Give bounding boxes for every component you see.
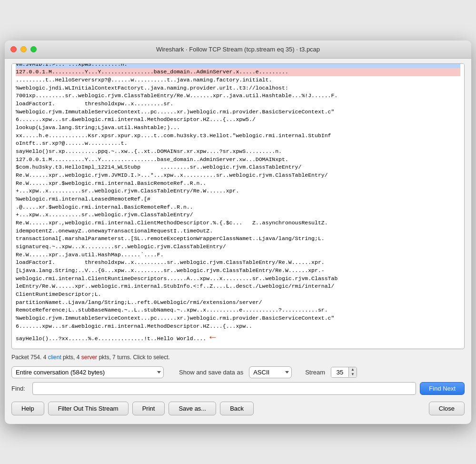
- stream-line: Re.W......xpr..weblogic.rjvm.JVMID.I.>..…: [16, 171, 460, 180]
- stream-line: sayHello()...?xx......%.e..............!…: [16, 330, 460, 345]
- stream-line: +...xpw..x..........sr..weblogic.rjvm.Cl…: [16, 211, 460, 219]
- stream-line: .@.....xr.$weblogic.rmi.internal.BasicRe…: [16, 203, 460, 212]
- stream-label: Stream: [305, 369, 325, 376]
- stream-line: ClientRuntimeDescriptor;L.: [16, 291, 460, 299]
- stream-line: weblogic.rmi.internal.ClientRuntimeDescr…: [16, 275, 460, 283]
- stream-line: idempotentZ..onewayZ..onewayTransactiona…: [16, 227, 460, 235]
- stream-line: signatureq.~..xpw...x.........sr..weblog…: [16, 243, 460, 251]
- window-title: Wireshark · Follow TCP Stream (tcp.strea…: [156, 46, 320, 53]
- minimize-window-button[interactable]: [20, 46, 27, 52]
- stream-number-control: ▲ ▼: [331, 367, 357, 378]
- stream-line: RemoteReference;L..stubBaseNameq.~..L..s…: [16, 306, 460, 314]
- format-select[interactable]: ASCIIHex DumpC ArraysRaw: [249, 366, 292, 378]
- back-button[interactable]: Back: [220, 402, 254, 415]
- stream-decrement-button[interactable]: ▼: [349, 372, 357, 377]
- stream-line: +...xpw..x..........sr..weblogic.rjvm.Cl…: [16, 187, 460, 195]
- stream-line: vm.JVMID.I.>...*...xpwS.........n.: [16, 63, 460, 69]
- stream-line: [Ljava.lang.String;..V...{G...xpw..x....…: [16, 267, 460, 275]
- help-button[interactable]: Help: [11, 402, 44, 415]
- stream-line: Re.W......xpr.$weblogic.rmi.internal.Bas…: [16, 180, 460, 188]
- btn-group-left: Help Filter Out This Stream Print Save a…: [11, 402, 254, 415]
- stream-line: partitionNamet..Ljava/lang/String;L..ref…: [16, 299, 460, 307]
- maximize-window-button[interactable]: [30, 46, 37, 52]
- stream-line: 7001xp.........sr..weblogic.rjvm.ClassTa…: [16, 92, 460, 100]
- main-window: Wireshark · Follow TCP Stream (tcp.strea…: [5, 40, 471, 424]
- stream-line: .........t..HelloServersrxp?@......w....…: [16, 76, 460, 84]
- traffic-lights: [10, 46, 37, 52]
- bottom-buttons: Help Filter Out This Stream Print Save a…: [11, 399, 465, 419]
- stream-line: $com.hu3sky.t3.HelloImpl_12214_WLStubp .…: [16, 163, 460, 171]
- stream-line: 127.0.0.1.M..........Y...Y..............…: [16, 68, 460, 76]
- close-button[interactable]: Close: [429, 402, 465, 415]
- stream-line: %weblogic.rjvm.ImmutableServiceContext..…: [16, 108, 460, 116]
- stream-line: transactional[.marshalParameterst..[SL..…: [16, 235, 460, 243]
- stream-line: sayHello()sr.xp..........ppq.~..xw..{..x…: [16, 148, 460, 156]
- packet-info: Packet 754. 4 client pkts, 4 server pkts…: [11, 353, 465, 362]
- conversation-select[interactable]: Entire conversation (5842 bytes)Client t…: [11, 366, 164, 378]
- conversation-select-wrapper: Entire conversation (5842 bytes)Client t…: [11, 366, 164, 378]
- content-area: vm.JVMID.I.>...*...xpwS.........n.127.0.…: [5, 59, 471, 424]
- client-link[interactable]: client: [48, 354, 61, 361]
- stream-line: lookup(Ljava.lang.String;Ljava.util.Hash…: [16, 124, 460, 132]
- find-row: Find: Find Next: [11, 382, 465, 395]
- arrow-indicator: ←: [209, 332, 216, 343]
- server-link[interactable]: server: [81, 354, 97, 361]
- stream-line: Re.W......xpr..java.util.HashMap......`.…: [16, 251, 460, 259]
- stream-number-input[interactable]: [331, 367, 348, 377]
- stream-line: xx.....h.e............Ksr.xpsr.xpur.xp..…: [16, 132, 460, 140]
- stream-line: 6.......xpw...sr.&weblogic.rmi.internal.…: [16, 323, 460, 331]
- save-as-button[interactable]: Save as...: [169, 402, 216, 415]
- controls-row1: Entire conversation (5842 bytes)Client t…: [11, 366, 465, 378]
- filter-out-button[interactable]: Filter Out This Stream: [48, 402, 129, 415]
- stream-stepper: ▲ ▼: [348, 367, 357, 377]
- btn-group-right: Close: [429, 402, 465, 415]
- show-save-label: Show and save data as: [179, 369, 243, 376]
- find-next-button[interactable]: Find Next: [420, 382, 465, 395]
- stream-line: %weblogic.jndi.WLInitialContextFactoryt.…: [16, 84, 460, 92]
- close-window-button[interactable]: [10, 46, 17, 52]
- stream-line: loadFactorI. thresholdxpw..x.........sr.: [16, 100, 460, 108]
- title-bar: Wireshark · Follow TCP Stream (tcp.strea…: [5, 40, 471, 59]
- stream-line: oIntft..sr.xp?@......w..........t.: [16, 140, 460, 148]
- find-label: Find:: [11, 385, 29, 392]
- stream-display[interactable]: vm.JVMID.I.>...*...xpwS.........n.127.0.…: [11, 63, 465, 349]
- find-input[interactable]: [32, 382, 416, 395]
- stream-line: %weblogic.rjvm.ImmutableServiceContext..…: [16, 314, 460, 323]
- stream-line: %weblogic.rmi.internal.LeasedRemoteRef.[…: [16, 195, 460, 203]
- print-button[interactable]: Print: [132, 402, 165, 415]
- stream-line: Re.W......xpr.,weblogic.rmi.internal.Cli…: [16, 219, 460, 227]
- format-select-wrapper: ASCIIHex DumpC ArraysRaw: [249, 366, 292, 378]
- stream-increment-button[interactable]: ▲: [349, 367, 357, 372]
- stream-line: 127.0.0.1.M..........Y...Y..............…: [16, 156, 460, 164]
- stream-line: 6.......xpw...sr.&weblogic.rmi.internal.…: [16, 116, 460, 124]
- stream-line: loadFactorI. thresholdxpw..x..........sr…: [16, 259, 460, 267]
- stream-line: leEntry/Re.W......xpr..weblogic.rmi.inte…: [16, 282, 460, 291]
